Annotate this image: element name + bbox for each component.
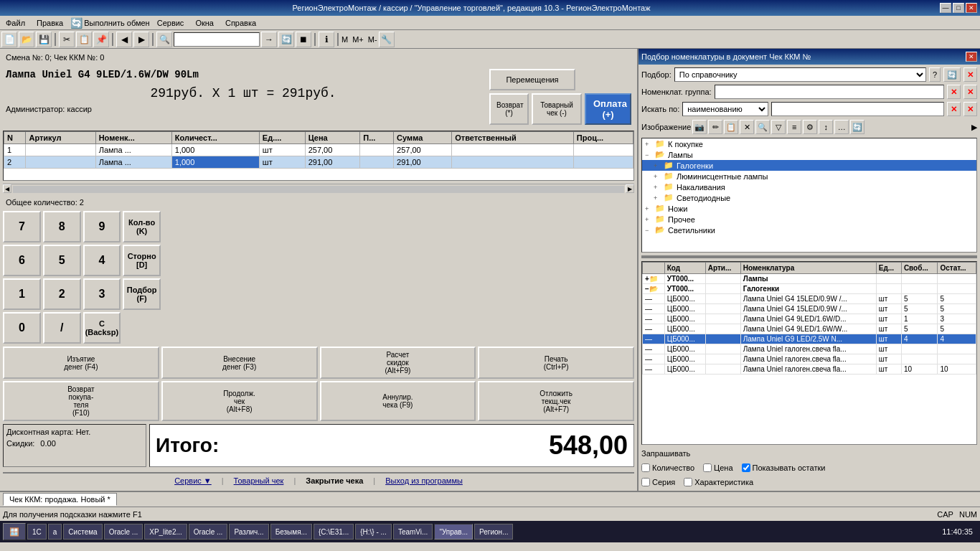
storno-btn[interactable]: Сторно[D] <box>123 245 161 276</box>
menu-help[interactable]: Справка <box>221 17 260 29</box>
menu-close-check[interactable]: Закрытие чека <box>298 475 370 486</box>
cb-kolichestvo-input[interactable] <box>641 463 650 472</box>
num-9[interactable]: 9 <box>83 211 121 242</box>
nom-item-row[interactable]: — ЦБ000... Лампа Uniel галоген.свеча fla… <box>643 354 976 364</box>
toolbar-copy[interactable]: 📋 <box>76 32 92 47</box>
nom-group-row[interactable]: +📁 УТ000... Лампы <box>643 274 976 284</box>
kol-btn[interactable]: Кол-во(K) <box>123 211 161 242</box>
num-1[interactable]: 1 <box>3 278 41 310</box>
pechat-btn[interactable]: Печать(Ctrl+P) <box>478 347 634 379</box>
nom-item-row[interactable]: — ЦБ000... Лампа Uniel G4 15LED/0.9W /..… <box>643 304 976 314</box>
annulirov-btn[interactable]: Аннулир.чека (F9) <box>320 381 476 421</box>
nom-col-unit[interactable]: Ед... <box>876 263 901 274</box>
toolbar-stop[interactable]: ⏹ <box>296 32 311 47</box>
num-4[interactable]: 4 <box>83 245 121 276</box>
minimize-btn[interactable]: — <box>940 3 951 13</box>
search-clear-btn[interactable]: ✕ <box>947 102 961 116</box>
toolbar-extra[interactable]: 🔧 <box>379 32 395 47</box>
otlozhit-btn[interactable]: Отложитьтекщ.чек(Alt+F7) <box>478 381 634 421</box>
nom-tb-filter[interactable]: ▽ <box>771 120 786 134</box>
cb-seria-input[interactable] <box>641 478 650 486</box>
podbor-btn[interactable]: Подбор(F) <box>123 278 161 310</box>
nom-col-free[interactable]: Своб... <box>901 263 938 274</box>
toolbar-back[interactable]: ◀ <box>116 32 132 47</box>
taskbar-item-region[interactable]: Регион... <box>474 524 513 540</box>
taskbar-item-teamvi[interactable]: TeamVi... <box>393 524 433 540</box>
tree-item-prochee[interactable]: + 📁 Прочее <box>642 214 976 225</box>
taskbar-item-1c[interactable]: 1С <box>27 524 47 540</box>
num-6[interactable]: 6 <box>3 245 41 276</box>
right-panel-close-btn[interactable]: ✕ <box>966 52 977 62</box>
taskbar-item-system[interactable]: Система <box>63 524 102 540</box>
nom-tb-settings[interactable]: ⚙ <box>803 120 817 134</box>
tree-item[interactable]: − 📂 Лампы <box>642 149 976 160</box>
tree-item[interactable]: + 📁 К покупке <box>642 138 976 149</box>
toolbar-search-input[interactable] <box>174 32 260 47</box>
menu-exchange[interactable]: 🔄 Выполнить обмен <box>70 17 149 29</box>
toolbar-forward[interactable]: ▶ <box>133 32 149 47</box>
cb-pokazyvat-input[interactable] <box>742 463 750 472</box>
taskbar-item-xplite[interactable]: XP_lite2... <box>144 524 187 540</box>
tree-item-svetilniki[interactable]: − 📂 Светильники <box>642 225 976 235</box>
return-btn[interactable]: Возврат(*) <box>489 93 529 125</box>
tree-container[interactable]: + 📁 К покупке − 📂 Лампы + 📁 Галогенки <box>641 138 977 253</box>
menu-edit[interactable]: Правка <box>32 17 67 29</box>
taskbar-item-a[interactable]: a <box>48 524 62 540</box>
table-row[interactable]: 2 Лампа ... 1,000 шт 291,00 291,00 <box>4 156 633 169</box>
taskbar-item-oracle2[interactable]: Oracle ... <box>189 524 228 540</box>
prodolzh-btn[interactable]: Продолж.чек(Alt+F8) <box>161 381 318 421</box>
table-scrollbar[interactable]: ◀ ▶ <box>3 184 634 194</box>
nomenclat-input[interactable] <box>715 85 944 99</box>
nom-item-row[interactable]: — ЦБ000... Лампа Uniel галоген.свеча fla… <box>643 344 976 354</box>
nom-item-row[interactable]: — ЦБ000... Лампа Uniel G4 9LED/1.6W/D...… <box>643 314 976 324</box>
izjatie-btn[interactable]: Изъятиеденег (F4) <box>3 347 159 379</box>
search-type-select[interactable]: наименованию <box>682 102 768 116</box>
taskbar-item-razlich[interactable]: Различ... <box>229 524 268 540</box>
taskbar-item-ce31[interactable]: {C:\E31... <box>314 524 354 540</box>
toolbar-save[interactable]: 💾 <box>36 32 52 47</box>
taskbar-item-h[interactable]: {H:\} - ... <box>355 524 392 540</box>
num-2[interactable]: 2 <box>43 278 81 310</box>
toolbar-open[interactable]: 📂 <box>19 32 34 47</box>
num-backsp[interactable]: C(Backsp) <box>83 312 121 344</box>
maximize-btn[interactable]: □ <box>953 3 964 13</box>
menu-service[interactable]: Сервис <box>153 17 189 29</box>
podbor-refresh-btn[interactable]: 🔄 <box>943 67 961 82</box>
nom-tb-add[interactable]: 📷 <box>692 120 707 134</box>
close-btn[interactable]: ✕ <box>966 3 977 13</box>
toolbar-paste[interactable]: 📌 <box>93 32 109 47</box>
nom-col-code[interactable]: Код <box>664 263 705 274</box>
nom-item-row-selected[interactable]: — ЦБ000... Лампа Uniel G9 LED/2.5W N... … <box>643 334 976 344</box>
num-3[interactable]: 3 <box>83 278 121 310</box>
nom-table-container[interactable]: Код Арти... Номенклатура Ед... Своб... О… <box>641 261 977 445</box>
tree-item-svetodiodie[interactable]: + 📁 Светодиодные <box>642 192 976 203</box>
menu-exit[interactable]: Выход из программы <box>378 475 470 486</box>
payment-btn[interactable]: Оплата(+) <box>585 93 631 125</box>
num-8[interactable]: 8 <box>43 211 81 242</box>
nom-item-row[interactable]: — ЦБ000... Лампа Uniel галоген.свеча fla… <box>643 364 976 375</box>
nom-col-name[interactable]: Номенклатура <box>740 263 876 274</box>
num-5[interactable]: 5 <box>43 245 81 276</box>
scroll-left[interactable]: ◀ <box>3 184 11 193</box>
vozvrat-btn[interactable]: Возвратпокупа-теля(F10) <box>3 381 159 421</box>
toolbar-new[interactable]: 📄 <box>1 32 17 47</box>
nom-tb-group[interactable]: ≡ <box>787 120 801 134</box>
cb-tsena-input[interactable] <box>703 463 712 472</box>
podbor-help-btn[interactable]: ? <box>929 67 941 82</box>
num-7[interactable]: 7 <box>3 211 41 242</box>
table-row[interactable]: 1 Лампа ... 1,000 шт 257,00 257,00 <box>4 144 633 156</box>
tree-item-galogenki[interactable]: + 📁 Галогенки <box>642 160 976 171</box>
vnesenie-btn[interactable]: Внесениеденег (F3) <box>161 347 318 379</box>
taskbar-item-oracle1[interactable]: Oracle ... <box>104 524 143 540</box>
podbor-clear-btn[interactable]: ✕ <box>963 67 977 82</box>
nom-tb-copy[interactable]: 📋 <box>724 120 738 134</box>
taskbar-item-bezymya[interactable]: Безымя... <box>270 524 312 540</box>
podbor-select[interactable]: По справочнику <box>674 67 926 82</box>
product-check-btn[interactable]: Товарныйчек (-) <box>532 93 582 125</box>
menu-servis[interactable]: Сервис ▼ <box>167 475 219 486</box>
tree-item-nozhi[interactable]: + 📁 Ножи <box>642 203 976 214</box>
nom-group-row[interactable]: −📂 УТ000... Галогенки <box>643 284 976 294</box>
menu-windows[interactable]: Окна <box>191 17 218 29</box>
nom-col-art[interactable]: Арти... <box>705 263 740 274</box>
nom-tb-del[interactable]: ✕ <box>740 120 754 134</box>
